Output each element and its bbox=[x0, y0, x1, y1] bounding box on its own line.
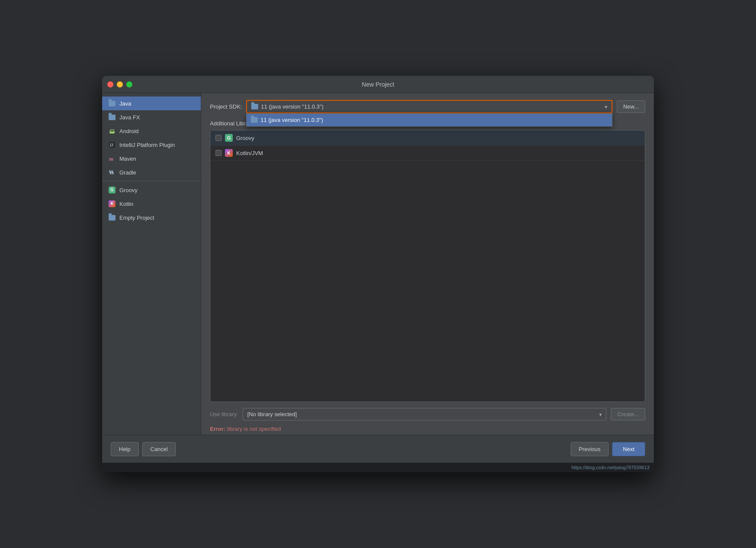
next-button[interactable]: Next bbox=[612, 442, 645, 456]
sdk-selected-value: 11 (java version "11.0.3") bbox=[261, 103, 323, 110]
sdk-dropdown-wrapper: 11 (java version "11.0.3") ▼ 11 (java ve… bbox=[246, 100, 612, 113]
groovy-icon: G bbox=[108, 186, 116, 194]
svg-text:m: m bbox=[109, 156, 113, 162]
bottom-left-buttons: Help Cancel bbox=[111, 442, 176, 456]
help-button[interactable]: Help bbox=[111, 442, 139, 456]
sdk-dropdown-item-label-1: 11 (java version "11.0.3") bbox=[260, 117, 323, 123]
sidebar-item-android[interactable]: Android bbox=[102, 124, 201, 138]
sidebar: Java Java FX Android IJ Int bbox=[102, 93, 201, 435]
content-area: Java Java FX Android IJ Int bbox=[102, 93, 654, 435]
sidebar-label-android: Android bbox=[119, 128, 139, 134]
library-chevron-icon: ▼ bbox=[598, 412, 603, 417]
sidebar-item-intellij[interactable]: IJ IntelliJ Platform Plugin bbox=[102, 138, 201, 152]
groovy-framework-label: Groovy bbox=[236, 135, 254, 141]
sidebar-label-gradle: Gradle bbox=[119, 169, 136, 176]
gradle-icon bbox=[108, 168, 116, 176]
sidebar-item-kotlin[interactable]: K Kotlin bbox=[102, 197, 201, 211]
kotlin-framework-label: Kotlin/JVM bbox=[236, 150, 263, 156]
status-bar: https://blog.csdn.net/pang787559613 bbox=[102, 463, 654, 472]
library-label: Use library: bbox=[210, 411, 238, 417]
main-panel: Project SDK: 11 (java version "11.0.3") … bbox=[201, 93, 654, 435]
maximize-button[interactable] bbox=[126, 81, 132, 87]
javafx-folder-icon bbox=[108, 113, 116, 121]
maven-icon: m bbox=[108, 155, 116, 162]
sidebar-label-empty: Empty Project bbox=[119, 215, 154, 221]
svg-line-4 bbox=[113, 129, 114, 130]
sidebar-label-kotlin: Kotlin bbox=[119, 201, 134, 207]
groovy-checkbox[interactable] bbox=[216, 135, 222, 141]
error-row: Error: library is not specified bbox=[201, 423, 654, 435]
kotlin-framework-icon: K bbox=[225, 149, 233, 157]
empty-folder-icon bbox=[108, 214, 116, 221]
sidebar-separator bbox=[102, 181, 201, 181]
new-project-window: New Project Java Java FX bbox=[102, 76, 654, 472]
error-message: library is not specified bbox=[227, 426, 281, 432]
kotlin-checkbox[interactable] bbox=[216, 150, 222, 156]
intellij-icon: IJ bbox=[108, 141, 116, 149]
svg-point-1 bbox=[111, 132, 112, 133]
groovy-framework-icon: G bbox=[225, 134, 233, 142]
sidebar-item-gradle[interactable]: Gradle bbox=[102, 165, 201, 179]
svg-point-8 bbox=[109, 170, 112, 175]
svg-text:IJ: IJ bbox=[109, 143, 113, 147]
sdk-dropdown-button[interactable]: 11 (java version "11.0.3") ▼ bbox=[246, 100, 612, 113]
sidebar-item-groovy[interactable]: G Groovy bbox=[102, 183, 201, 197]
java-folder-icon bbox=[108, 100, 116, 107]
frameworks-list: G Groovy K Kotlin/JVM bbox=[210, 130, 645, 402]
library-value: [No library selected] bbox=[247, 411, 297, 417]
svg-point-9 bbox=[111, 170, 114, 175]
library-select-button[interactable]: [No library selected] ▼ bbox=[243, 408, 606, 420]
sidebar-item-maven[interactable]: m Maven bbox=[102, 152, 201, 165]
svg-line-3 bbox=[110, 129, 111, 130]
cancel-button[interactable]: Cancel bbox=[142, 442, 176, 456]
window-controls bbox=[107, 81, 132, 87]
close-button[interactable] bbox=[107, 81, 113, 87]
sidebar-label-maven: Maven bbox=[119, 156, 136, 162]
sdk-chevron-icon: ▼ bbox=[604, 104, 608, 109]
svg-point-2 bbox=[113, 132, 114, 133]
error-label: Error: bbox=[210, 426, 225, 432]
sdk-dropdown-list: 11 (java version "11.0.3") bbox=[246, 113, 612, 127]
android-icon bbox=[108, 127, 116, 135]
sidebar-label-java: Java bbox=[119, 100, 131, 107]
sdk-dropdown-item-1[interactable]: 11 (java version "11.0.3") bbox=[247, 114, 612, 126]
sidebar-label-javafx: Java FX bbox=[119, 114, 140, 121]
previous-button[interactable]: Previous bbox=[571, 442, 609, 456]
sidebar-label-intellij: IntelliJ Platform Plugin bbox=[119, 142, 175, 148]
window-title: New Project bbox=[362, 81, 394, 88]
create-library-button[interactable]: Create... bbox=[611, 408, 645, 420]
bottom-right-buttons: Previous Next bbox=[571, 442, 645, 456]
bottom-bar: Help Cancel Previous Next bbox=[102, 435, 654, 463]
sdk-label: Project SDK: bbox=[210, 103, 242, 110]
titlebar: New Project bbox=[102, 76, 654, 93]
sidebar-item-empty[interactable]: Empty Project bbox=[102, 211, 201, 224]
kotlin-icon: K bbox=[108, 200, 116, 208]
svg-rect-0 bbox=[109, 131, 115, 134]
sdk-row: Project SDK: 11 (java version "11.0.3") … bbox=[201, 93, 654, 118]
new-sdk-button[interactable]: New... bbox=[617, 100, 645, 113]
framework-item-kotlin[interactable]: K Kotlin/JVM bbox=[210, 146, 645, 161]
framework-item-groovy[interactable]: G Groovy bbox=[210, 131, 645, 146]
sidebar-item-javafx[interactable]: Java FX bbox=[102, 110, 201, 124]
library-row: Use library: [No library selected] ▼ Cre… bbox=[201, 402, 654, 423]
sidebar-item-java[interactable]: Java bbox=[102, 97, 201, 110]
sidebar-label-groovy: Groovy bbox=[119, 187, 137, 193]
status-url: https://blog.csdn.net/pang787559613 bbox=[572, 465, 650, 470]
minimize-button[interactable] bbox=[117, 81, 123, 87]
